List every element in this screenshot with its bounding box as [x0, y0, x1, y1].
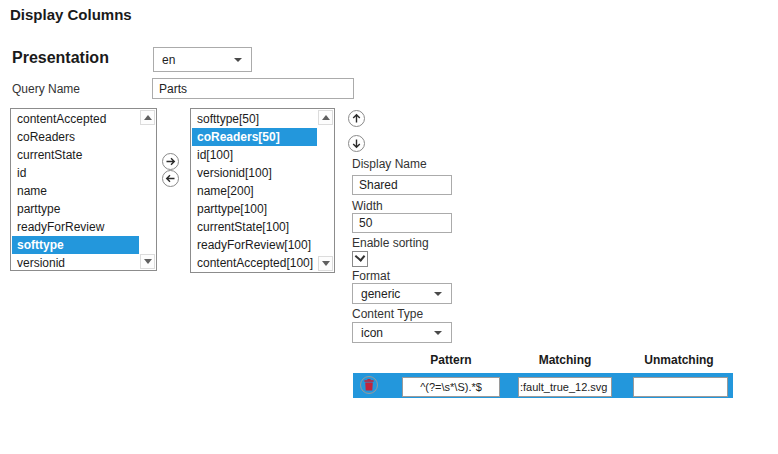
available-scrollbar[interactable] [139, 109, 156, 270]
content-type-label: Content Type [352, 307, 423, 321]
matching-input[interactable] [518, 377, 612, 397]
scroll-up-button[interactable] [140, 110, 155, 125]
presentation-combobox-value: en [162, 53, 175, 67]
selected-item[interactable]: readyForReview[100] [192, 236, 317, 254]
delete-row-button[interactable] [360, 376, 378, 394]
unmatching-column-header: Unmatching [630, 353, 728, 367]
presentation-combobox[interactable]: en [153, 47, 252, 72]
content-type-combobox-value: icon [361, 326, 383, 340]
query-name-input[interactable] [152, 78, 354, 99]
display-name-label: Display Name [352, 157, 427, 171]
query-name-label: Query Name [12, 82, 80, 96]
move-down-icon [351, 138, 362, 149]
available-item[interactable]: currentState [12, 146, 139, 164]
move-up-button[interactable] [348, 110, 365, 127]
selected-scrollbar[interactable] [317, 109, 334, 272]
pattern-input[interactable] [402, 377, 500, 397]
dropdown-arrow-icon [434, 292, 442, 296]
width-input[interactable] [352, 213, 452, 233]
selected-item[interactable]: currentState[100] [192, 218, 317, 236]
available-item[interactable]: readyForReview [12, 218, 139, 236]
scroll-down-icon [144, 259, 152, 264]
available-columns-items: contentAccepted coReaders currentState i… [12, 110, 139, 272]
available-item[interactable]: parttype [12, 200, 139, 218]
format-combobox-value: generic [361, 287, 400, 301]
enable-sorting-checkbox[interactable] [352, 251, 368, 267]
available-item[interactable]: coReaders [12, 128, 139, 146]
selected-item[interactable]: versionid[100] [192, 164, 317, 182]
enable-sorting-label: Enable sorting [352, 236, 429, 250]
scroll-up-icon [322, 115, 330, 120]
pattern-table-row [353, 373, 733, 398]
selected-item[interactable]: contentAccepted[100] [192, 254, 317, 272]
selected-item[interactable]: parttype[100] [192, 200, 317, 218]
scroll-up-icon [144, 115, 152, 120]
selected-item[interactable]: id[100] [192, 146, 317, 164]
unmatching-input[interactable] [633, 377, 728, 397]
available-item[interactable]: id [12, 164, 139, 182]
available-item[interactable]: contentAccepted [12, 110, 139, 128]
move-down-button[interactable] [348, 135, 365, 152]
available-item[interactable]: versionid [12, 254, 139, 272]
move-right-button[interactable] [162, 153, 179, 170]
move-right-icon [165, 156, 176, 167]
scroll-down-button[interactable] [140, 254, 155, 269]
scroll-up-button[interactable] [318, 110, 333, 125]
display-columns-page: Display Columns Presentation en Query Na… [0, 0, 778, 454]
delete-row-icon [364, 379, 374, 391]
available-columns-listbox[interactable]: contentAccepted coReaders currentState i… [10, 108, 157, 271]
move-left-icon [165, 173, 176, 184]
move-left-button[interactable] [162, 170, 179, 187]
selected-item[interactable]: softtype[50] [192, 110, 317, 128]
display-name-input[interactable] [352, 175, 452, 195]
format-label: Format [352, 269, 390, 283]
move-up-icon [351, 113, 362, 124]
checkmark-icon [355, 251, 366, 262]
pattern-column-header: Pattern [402, 353, 500, 367]
matching-column-header: Matching [518, 353, 612, 367]
page-title: Display Columns [10, 6, 132, 23]
scroll-down-button[interactable] [318, 256, 333, 271]
selected-item-selected[interactable]: coReaders[50] [192, 128, 317, 146]
scroll-down-icon [322, 261, 330, 266]
content-type-combobox[interactable]: icon [352, 322, 452, 343]
dropdown-arrow-icon [234, 58, 242, 62]
format-combobox[interactable]: generic [352, 283, 452, 304]
available-item[interactable]: name [12, 182, 139, 200]
width-label: Width [352, 199, 383, 213]
selected-item[interactable]: name[200] [192, 182, 317, 200]
selected-columns-items: softtype[50] coReaders[50] id[100] versi… [192, 110, 317, 272]
selected-columns-listbox[interactable]: softtype[50] coReaders[50] id[100] versi… [190, 108, 335, 273]
available-item-selected[interactable]: softtype [12, 236, 139, 254]
dropdown-arrow-icon [434, 331, 442, 335]
presentation-label: Presentation [12, 49, 109, 67]
